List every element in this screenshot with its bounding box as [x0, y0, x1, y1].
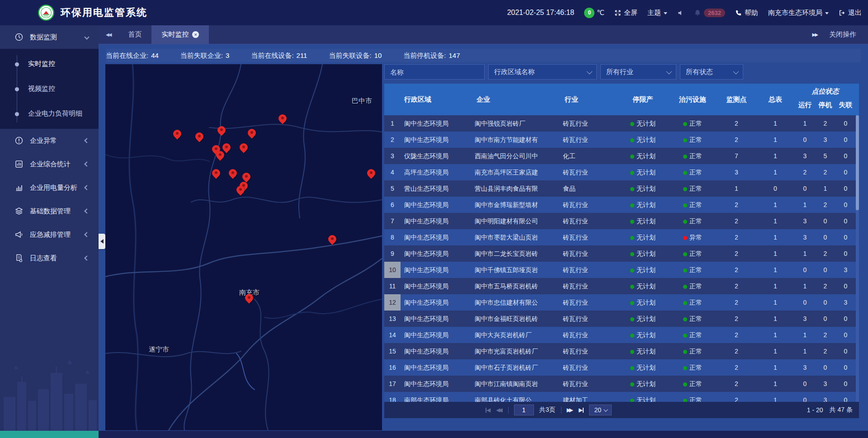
cell-stop: 3 — [815, 132, 835, 148]
table-row[interactable]: 18南部生态环境局南部县砖化土有限公建材加工无计划正常21030 — [384, 392, 859, 402]
cell-lost: 0 — [835, 245, 856, 262]
table-row[interactable]: 15阆中生态环境局阆中市光富页岩机砖厂砖瓦行业无计划正常21120 — [384, 343, 859, 359]
tab-close-icon[interactable]: ✕ — [192, 31, 199, 38]
sidebar-item-base-data[interactable]: 基础数据管理 — [0, 199, 99, 223]
table-row[interactable]: 16阆中生态环境局阆中市石子页岩机砖厂砖瓦行业无计划正常21300 — [384, 359, 859, 376]
map-pin-icon[interactable] — [236, 186, 245, 194]
tab-home[interactable]: 首页 — [118, 25, 151, 44]
close-operations-button[interactable]: 关闭操作 — [825, 30, 868, 39]
sidebar-subitem-企业电力负荷明细[interactable]: 企业电力负荷明细 — [0, 101, 99, 126]
region-filter-select[interactable]: 行政区域名称 — [488, 64, 597, 80]
chevron-down-icon — [587, 68, 593, 74]
cell-lost: 0 — [835, 343, 856, 359]
cell-row-number: 15 — [384, 343, 401, 359]
status-dot-green-icon — [630, 366, 634, 370]
theme-dropdown[interactable]: 主题 — [647, 9, 667, 17]
map-pin-icon[interactable] — [216, 151, 224, 159]
enterprise-table: 行政区域 企业 行业 停限产 治污设施 监测点 总表 点位状态 运行 停机 失联… — [384, 84, 859, 418]
map-pin-icon[interactable] — [229, 169, 237, 177]
table-row[interactable]: 11阆中生态环境局阆中市五马桥页岩机砖砖瓦行业无计划正常21120 — [384, 278, 859, 294]
map-pin-icon[interactable] — [328, 235, 336, 243]
cell-limit-status: 无计划 — [618, 294, 668, 311]
fullscreen-button[interactable]: 全屏 — [614, 9, 637, 17]
table-row[interactable]: 2阆中生态环境局阆中市南方节能建材有砖瓦行业无计划正常21030 — [384, 132, 859, 148]
stat-label: 当前在线设备: — [251, 52, 293, 60]
mute-button[interactable] — [677, 9, 684, 16]
table-row[interactable]: 17阆中生态环境局阆中市江南镇阆南页岩砖瓦行业无计划正常21030 — [384, 376, 859, 392]
tab-home-label: 首页 — [128, 30, 142, 39]
map-pin-icon[interactable] — [240, 143, 248, 151]
cell-industry: 砖瓦行业 — [561, 164, 618, 180]
help-label: 帮助 — [745, 9, 758, 17]
industry-filter-select[interactable]: 所有行业 — [600, 64, 676, 80]
table-row[interactable]: 4高坪生态环境局南充市高坪区王家店建砖瓦行业无计划正常31220 — [384, 164, 859, 180]
map-pin-icon[interactable] — [212, 169, 220, 177]
table-row[interactable]: 10阆中生态环境局阆中千佛镇五郎垭页岩砖瓦行业无计划正常21003 — [384, 262, 859, 278]
sidebar-item-data-monitor[interactable]: 数据监测 — [0, 25, 99, 49]
notifications[interactable]: 2632 — [694, 9, 725, 17]
map-pin-icon[interactable] — [195, 132, 203, 141]
map-pin-icon[interactable] — [278, 114, 287, 122]
table-row[interactable]: 7阆中生态环境局阆中明阳建材有限公司砖瓦行业无计划正常21300 — [384, 213, 859, 229]
sidebar-collapse-handle[interactable] — [99, 234, 105, 249]
cell-row-number: 16 — [384, 359, 401, 376]
table-row[interactable]: 5营山生态环境局营山县润丰肉食品有限食品无计划正常10010 — [384, 180, 859, 197]
map-pin-icon[interactable] — [248, 129, 256, 137]
help-button[interactable]: 帮助 — [735, 9, 758, 17]
status-dot-green-icon — [683, 220, 687, 224]
name-filter-input[interactable] — [384, 64, 485, 80]
first-page-button[interactable]: ◀ — [486, 407, 491, 413]
table-row[interactable]: 9阆中生态环境局阆中市二龙长宝页岩砖砖瓦行业无计划正常21120 — [384, 245, 859, 262]
sidebar-item-enterprise-stats[interactable]: 企业综合统计 — [0, 152, 99, 176]
sidebar-item-power-analysis[interactable]: 企业用电量分析 — [0, 176, 99, 199]
map-pin-icon[interactable] — [217, 126, 226, 134]
cell-company: 阆中市金福旺页岩机砖 — [473, 311, 561, 327]
sidebar-item-enterprise-abnormal[interactable]: 企业异常 — [0, 129, 99, 152]
cell-run: 1 — [795, 197, 815, 213]
table-row[interactable]: 1阆中生态环境局阆中强锐页岩砖厂砖瓦行业无计划正常21120 — [384, 115, 859, 132]
sidebar-subitem-视频监控[interactable]: 视频监控 — [0, 76, 99, 101]
cell-facility-status: 正常 — [668, 115, 717, 132]
horn-icon — [14, 230, 24, 239]
cell-row-number: 9 — [384, 245, 401, 262]
page-size-select[interactable]: 20 — [589, 405, 612, 415]
chevron-down-icon — [825, 12, 829, 16]
sidebar-subitem-实时监控[interactable]: 实时监控 — [0, 52, 99, 76]
cell-row-number: 6 — [384, 197, 401, 213]
tab-realtime-monitor[interactable]: 实时监控 ✕ — [151, 25, 209, 44]
map-pin-icon[interactable] — [245, 294, 253, 302]
scrollbar-thumb[interactable] — [856, 115, 859, 210]
map-pin-icon[interactable] — [367, 169, 375, 177]
table-row[interactable]: 6阆中生态环境局阆中市金博瑞新型墙材砖瓦行业无计划正常21120 — [384, 197, 859, 213]
sidebar-item-logs[interactable]: 日志查看 — [0, 246, 99, 270]
table-row[interactable]: 12阆中生态环境局阆中市忠信建材有限公砖瓦行业无计划正常21003 — [384, 294, 859, 311]
last-page-button[interactable]: ▶ — [579, 407, 584, 413]
map-pin-icon[interactable] — [173, 130, 181, 138]
map-pin-icon[interactable] — [222, 143, 231, 151]
status-dot-green-icon — [630, 350, 634, 354]
tabs-scroll-right-button[interactable]: ▶▶ — [805, 32, 825, 37]
status-filter-select[interactable]: 所有状态 — [680, 64, 743, 80]
cell-region: 阆中生态环境局 — [401, 359, 473, 376]
logout-button[interactable]: 退出 — [839, 9, 862, 17]
cell-company: 南部县砖化土有限公 — [473, 392, 561, 402]
stats-icon — [14, 160, 24, 169]
cell-points: 2 — [717, 343, 756, 359]
map-pin-icon[interactable] — [242, 173, 250, 181]
sidebar-item-emergency[interactable]: 应急减排管理 — [0, 223, 99, 246]
map-panel[interactable]: 巴中市南充市遂宁市 — [105, 64, 382, 430]
tabs-scroll-left-button[interactable]: ◀◀ — [99, 32, 118, 37]
prev-page-button[interactable]: ◀◀ — [496, 407, 502, 413]
table-row[interactable]: 3仪陇生态环境局西南油气田分公司川中化工无计划正常71350 — [384, 148, 859, 164]
cell-lost: 0 — [835, 278, 856, 294]
page-number-input[interactable]: 1 — [514, 405, 534, 415]
map-roads — [105, 64, 382, 430]
table-row[interactable]: 14阆中生态环境局阆中大兴页岩机砖厂砖瓦行业无计划正常21120 — [384, 327, 859, 343]
table-row[interactable]: 13阆中生态环境局阆中市金福旺页岩机砖砖瓦行业无计划正常21300 — [384, 311, 859, 327]
table-row[interactable]: 8阆中生态环境局阆中市枣碧大梁山页岩砖瓦行业无计划异常21300 — [384, 229, 859, 245]
cell-industry: 砖瓦行业 — [561, 262, 618, 278]
org-dropdown[interactable]: 南充市生态环境局 — [768, 9, 829, 17]
cell-industry: 化工 — [561, 148, 618, 164]
table-scrollbar[interactable] — [856, 115, 859, 402]
next-page-button[interactable]: ▶▶ — [567, 407, 573, 413]
